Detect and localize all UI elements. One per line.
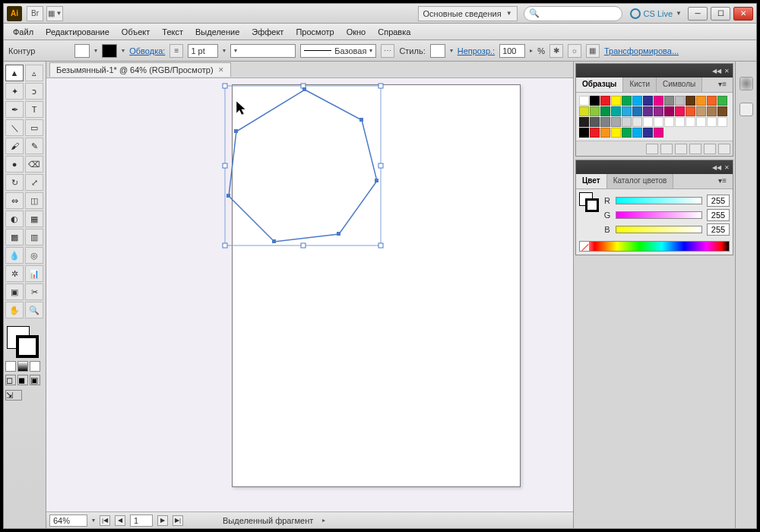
last-artboard-button[interactable]: ▶| xyxy=(173,515,183,526)
menu-effect[interactable]: Эффект xyxy=(245,25,290,39)
change-screen-mode[interactable]: ⇲ xyxy=(5,390,22,401)
screen-mode-presentation-icon[interactable]: ▣ xyxy=(30,375,40,385)
swatch-item[interactable] xyxy=(622,96,632,106)
swatch-item[interactable] xyxy=(632,106,642,116)
swatch-item[interactable] xyxy=(590,128,600,138)
brush-definition[interactable]: Базовая▾ xyxy=(300,44,376,58)
mesh-tool[interactable]: ▩ xyxy=(5,229,24,245)
slice-tool[interactable]: ✂ xyxy=(25,283,43,300)
swatch-item[interactable] xyxy=(675,96,685,106)
swatch-item[interactable] xyxy=(717,117,727,127)
canvas[interactable] xyxy=(46,78,573,511)
swatch-libraries-icon[interactable] xyxy=(646,144,658,154)
swatch-item[interactable] xyxy=(632,128,642,138)
type-tool[interactable]: T xyxy=(25,101,43,118)
swatch-item[interactable] xyxy=(654,96,663,106)
first-artboard-button[interactable]: |◀ xyxy=(100,515,110,526)
color-mode-icon[interactable] xyxy=(5,361,16,372)
swatch-item[interactable] xyxy=(654,117,663,127)
graph-tool[interactable]: 📊 xyxy=(25,265,43,282)
search-input[interactable]: 🔍 xyxy=(524,6,622,21)
fill-swatch[interactable] xyxy=(74,44,90,58)
delete-swatch-icon[interactable] xyxy=(718,144,730,154)
new-color-group-icon[interactable] xyxy=(689,144,701,154)
document-tab[interactable]: Безымянный-1* @ 64% (RGB/Просмотр) ✕ xyxy=(49,62,231,77)
status-menu-icon[interactable]: ▸ xyxy=(322,517,325,524)
swatch-item[interactable] xyxy=(696,117,706,127)
swatch-item[interactable] xyxy=(611,106,621,116)
tab-color[interactable]: Цвет xyxy=(576,174,607,188)
panel-close-icon[interactable]: ✕ xyxy=(724,68,730,74)
menu-help[interactable]: Справка xyxy=(372,25,416,39)
perspective-tool[interactable]: ▦ xyxy=(25,211,43,227)
dock-icon-color[interactable] xyxy=(739,77,753,90)
close-tab-icon[interactable]: ✕ xyxy=(218,66,224,74)
swatch-item[interactable] xyxy=(611,117,621,127)
pen-tool[interactable]: ✒ xyxy=(5,101,24,118)
swatch-item[interactable] xyxy=(686,96,695,106)
none-mode-icon[interactable] xyxy=(30,361,40,372)
b-slider[interactable] xyxy=(616,226,702,233)
swatch-item[interactable] xyxy=(632,117,642,127)
color-spectrum[interactable] xyxy=(579,241,730,252)
free-transform-tool[interactable]: ◫ xyxy=(25,192,43,209)
blend-tool[interactable]: ◎ xyxy=(25,247,43,264)
swatch-options-icon[interactable] xyxy=(675,144,687,154)
swatch-item[interactable] xyxy=(664,96,674,106)
swatch-item[interactable] xyxy=(590,117,600,127)
arrange-docs-button[interactable]: ▦▼ xyxy=(46,6,63,21)
r-slider[interactable] xyxy=(616,197,702,204)
line-tool[interactable]: ＼ xyxy=(5,119,24,136)
swatch-item[interactable] xyxy=(643,128,653,138)
opacity-input[interactable]: 100 xyxy=(499,44,525,58)
stroke-panel-link[interactable]: Обводка: xyxy=(129,46,165,55)
swatch-item[interactable] xyxy=(611,128,621,138)
swatch-item[interactable] xyxy=(579,117,589,127)
gradient-tool[interactable]: ▥ xyxy=(25,229,43,245)
fill-stroke-mini[interactable] xyxy=(579,192,599,212)
r-value[interactable]: 255 xyxy=(707,195,730,207)
bridge-button[interactable]: Br xyxy=(27,6,43,21)
swatch-item[interactable] xyxy=(622,106,632,116)
g-slider[interactable] xyxy=(616,211,702,219)
panel-collapse-icon[interactable]: ◀◀ xyxy=(712,164,721,171)
stroke-weight-stepper[interactable]: ≡ xyxy=(169,44,183,58)
swatch-item[interactable] xyxy=(707,96,717,106)
swatch-item[interactable] xyxy=(686,106,695,116)
panel-close-icon[interactable]: ✕ xyxy=(724,164,730,171)
graphic-style-swatch[interactable] xyxy=(430,44,445,58)
zoom-tool[interactable]: 🔍 xyxy=(25,302,43,318)
artboard-tool[interactable]: ▣ xyxy=(5,283,24,300)
swatch-item[interactable] xyxy=(579,96,589,106)
tab-symbols[interactable]: Символы xyxy=(657,78,702,92)
cslive-button[interactable]: CS Live ▼ xyxy=(630,8,682,19)
menu-edit[interactable]: Редактирование xyxy=(40,25,116,39)
opacity-link[interactable]: Непрозр.: xyxy=(458,46,495,55)
menu-file[interactable]: Файл xyxy=(7,25,40,39)
swatch-item[interactable] xyxy=(686,117,695,127)
selected-shape[interactable] xyxy=(191,78,419,291)
swatch-kinds-icon[interactable] xyxy=(660,144,673,154)
select-similar-icon[interactable]: ☼ xyxy=(568,44,581,58)
eyedropper-tool[interactable]: 💧 xyxy=(5,247,24,264)
rotate-tool[interactable]: ↻ xyxy=(5,174,24,191)
swatch-item[interactable] xyxy=(590,106,600,116)
chevron-down-icon[interactable]: ▾ xyxy=(122,47,125,54)
swatch-item[interactable] xyxy=(643,106,653,116)
magic-wand-tool[interactable]: ✦ xyxy=(5,83,24,100)
swatch-item[interactable] xyxy=(611,96,621,106)
swatch-item[interactable] xyxy=(643,96,653,106)
workspace-switcher[interactable]: Основные сведения ▼ xyxy=(418,6,518,21)
blob-brush-tool[interactable]: ● xyxy=(5,156,24,173)
swatch-item[interactable] xyxy=(664,117,674,127)
swatch-item[interactable] xyxy=(632,96,642,106)
align-icon[interactable]: ▦ xyxy=(586,44,600,58)
swatch-item[interactable] xyxy=(696,96,706,106)
variable-width-profile[interactable]: ▾ xyxy=(230,44,296,58)
menu-view[interactable]: Просмотр xyxy=(290,25,340,39)
chevron-down-icon[interactable]: ▾ xyxy=(223,47,226,54)
prev-artboard-button[interactable]: ◀ xyxy=(115,515,125,526)
menu-text[interactable]: Текст xyxy=(156,25,189,39)
swatch-item[interactable] xyxy=(622,117,632,127)
panel-collapse-icon[interactable]: ◀◀ xyxy=(712,68,721,74)
